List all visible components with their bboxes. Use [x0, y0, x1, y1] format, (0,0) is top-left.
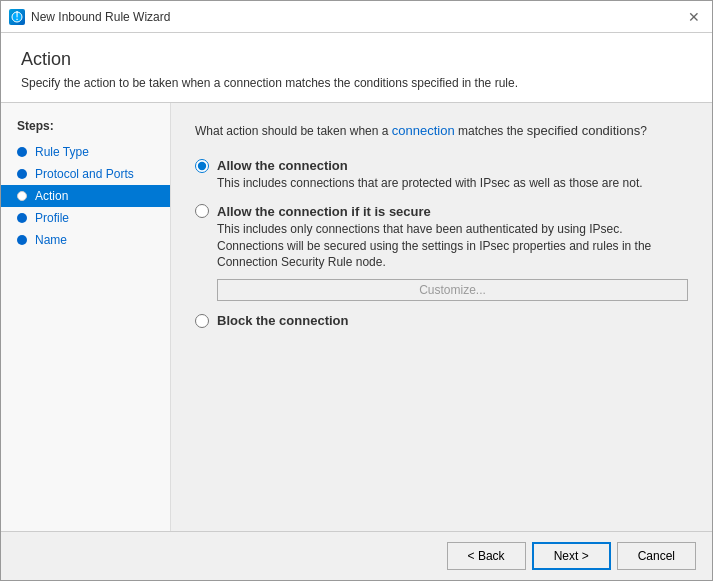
sidebar-item-profile[interactable]: Profile	[1, 207, 170, 229]
sidebar-item-rule-type[interactable]: Rule Type	[1, 141, 170, 163]
sidebar-item-action[interactable]: Action	[1, 185, 170, 207]
radio-label-allow-secure[interactable]: Allow the connection if it is secure	[217, 204, 431, 219]
dialog-description: Specify the action to be taken when a co…	[21, 76, 692, 90]
radio-row-block: Block the connection	[195, 313, 688, 328]
dialog-header: Action Specify the action to be taken wh…	[1, 33, 712, 103]
radio-row-allow: Allow the connection	[195, 158, 688, 173]
steps-panel: Steps: Rule Type Protocol and Ports Acti…	[1, 103, 171, 531]
step-label-action: Action	[35, 189, 68, 203]
radio-allow[interactable]	[195, 159, 209, 173]
radio-group: Allow the connection This includes conne…	[195, 158, 688, 328]
radio-allow-secure[interactable]	[195, 204, 209, 218]
question-text: What action should be taken when a conne…	[195, 123, 688, 138]
option-allow-secure: Allow the connection if it is secure Thi…	[195, 204, 688, 301]
sidebar-item-protocol-and-ports[interactable]: Protocol and Ports	[1, 163, 170, 185]
step-label-rule-type: Rule Type	[35, 145, 89, 159]
dialog-body: Steps: Rule Type Protocol and Ports Acti…	[1, 103, 712, 531]
back-button[interactable]: < Back	[447, 542, 526, 570]
step-dot-profile	[17, 213, 27, 223]
customize-button[interactable]: Customize...	[217, 279, 688, 301]
next-button[interactable]: Next >	[532, 542, 611, 570]
step-dot-name	[17, 235, 27, 245]
radio-label-allow[interactable]: Allow the connection	[217, 158, 348, 173]
step-dot-rule-type	[17, 147, 27, 157]
dialog-title: Action	[21, 49, 692, 70]
radio-block[interactable]	[195, 314, 209, 328]
radio-desc-allow-secure: This includes only connections that have…	[217, 221, 688, 271]
step-label-name: Name	[35, 233, 67, 247]
window-title: New Inbound Rule Wizard	[31, 10, 684, 24]
radio-desc-allow: This includes connections that are prote…	[217, 175, 688, 192]
wizard-icon: !	[9, 9, 25, 25]
title-bar: ! New Inbound Rule Wizard ✕	[1, 1, 712, 33]
option-allow: Allow the connection This includes conne…	[195, 158, 688, 192]
window: ! New Inbound Rule Wizard ✕ Action Speci…	[0, 0, 713, 581]
option-block: Block the connection	[195, 313, 688, 328]
sidebar-item-name[interactable]: Name	[1, 229, 170, 251]
radio-row-allow-secure: Allow the connection if it is secure	[195, 204, 688, 219]
radio-label-block[interactable]: Block the connection	[217, 313, 348, 328]
step-dot-protocol	[17, 169, 27, 179]
content-panel: What action should be taken when a conne…	[171, 103, 712, 531]
steps-label: Steps:	[1, 115, 170, 141]
cancel-button[interactable]: Cancel	[617, 542, 696, 570]
step-label-protocol: Protocol and Ports	[35, 167, 134, 181]
svg-text:!: !	[15, 11, 19, 23]
step-label-profile: Profile	[35, 211, 69, 225]
step-dot-action	[17, 191, 27, 201]
close-button[interactable]: ✕	[684, 7, 704, 27]
dialog-footer: < Back Next > Cancel	[1, 531, 712, 580]
